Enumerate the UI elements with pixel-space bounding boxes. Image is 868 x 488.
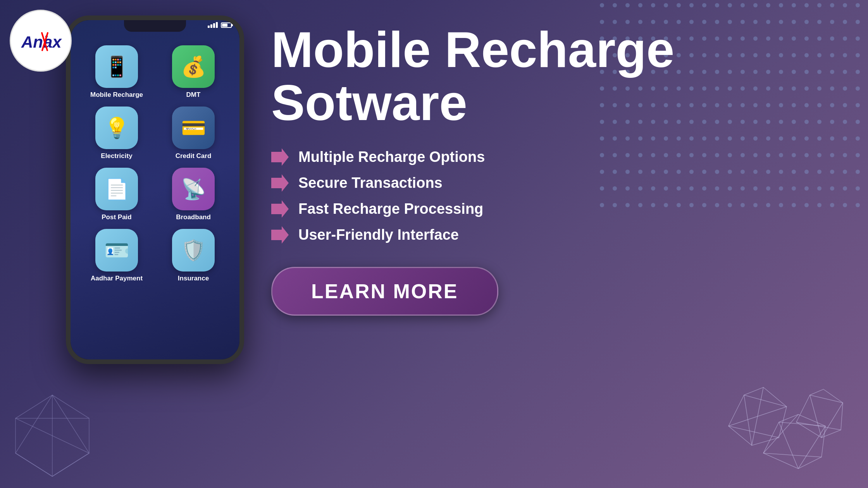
feature-4-arrow-icon <box>271 226 289 244</box>
insurance-icon: 🛡️ <box>172 229 215 271</box>
main-title: Mobile Recharge Sotware <box>271 23 829 129</box>
broadband-label: Broadband <box>176 213 211 221</box>
aadhar-label: Aadhar Payment <box>91 275 143 282</box>
phone-frame: 📱Mobile Recharge💰DMT💡Electricity💳Credit … <box>66 15 244 364</box>
feature-1-text: Multiple Recharge Options <box>298 149 485 165</box>
post-paid-label: Post Paid <box>102 213 131 221</box>
app-item-post-paid[interactable]: 📄Post Paid <box>82 168 151 221</box>
app-item-broadband[interactable]: 📡Broadband <box>159 168 228 221</box>
svg-line-5 <box>16 395 52 453</box>
svg-marker-18 <box>763 414 825 469</box>
insurance-label: Insurance <box>178 275 209 282</box>
mobile-recharge-icon: 📱 <box>95 45 138 88</box>
feature-1-arrow-icon <box>271 148 289 166</box>
dmt-icon: 💰 <box>172 45 215 88</box>
credit-card-label: Credit Card <box>176 152 212 160</box>
svg-line-22 <box>763 414 798 453</box>
feature-4-text: User-Friendly Interface <box>298 227 459 243</box>
geo-shape-left <box>8 391 97 480</box>
aadhar-icon: 🪪 <box>95 229 138 271</box>
app-item-credit-card[interactable]: 💳Credit Card <box>159 107 228 160</box>
app-item-dmt[interactable]: 💰DMT <box>159 45 228 99</box>
mobile-recharge-label: Mobile Recharge <box>90 91 143 99</box>
battery-icon <box>221 22 232 28</box>
app-item-aadhar[interactable]: 🪪Aadhar Payment <box>82 229 151 282</box>
content-section: Mobile Recharge Sotware Multiple Recharg… <box>271 23 829 316</box>
svg-line-20 <box>779 422 798 469</box>
feature-1: Multiple Recharge Options <box>271 148 829 166</box>
app-item-insurance[interactable]: 🛡️Insurance <box>159 229 228 282</box>
electricity-label: Electricity <box>101 152 132 160</box>
feature-4: User-Friendly Interface <box>271 226 829 244</box>
svg-line-23 <box>798 426 825 469</box>
feature-3-arrow-icon <box>271 200 289 218</box>
feature-2: Secure Transactions <box>271 174 829 192</box>
phone-mockup: 📱Mobile Recharge💰DMT💡Electricity💳Credit … <box>66 15 244 364</box>
svg-line-21 <box>763 453 822 457</box>
feature-3: Fast Recharge Processing <box>271 200 829 218</box>
svg-line-25 <box>810 395 843 403</box>
svg-line-10 <box>52 453 89 476</box>
logo-svg: Ani ax <box>19 29 62 52</box>
features-list: Multiple Recharge OptionsSecure Transact… <box>271 148 829 244</box>
svg-line-13 <box>744 395 787 407</box>
svg-line-28 <box>822 403 843 438</box>
learn-more-button[interactable]: LEARN MORE <box>271 267 498 316</box>
feature-2-arrow-icon <box>271 174 289 192</box>
signal-icon <box>208 22 218 28</box>
svg-line-17 <box>752 387 763 445</box>
dmt-label: DMT <box>186 91 201 99</box>
app-grid: 📱Mobile Recharge💰DMT💡Electricity💳Credit … <box>78 41 232 286</box>
credit-card-icon: 💳 <box>172 107 215 149</box>
status-bar <box>78 22 232 28</box>
broadband-icon: 📡 <box>172 168 215 210</box>
electricity-icon: 💡 <box>95 107 138 149</box>
phone-screen: 📱Mobile Recharge💰DMT💡Electricity💳Credit … <box>71 20 239 359</box>
svg-line-9 <box>16 453 52 476</box>
feature-2-text: Secure Transactions <box>298 175 443 191</box>
feature-3-text: Fast Recharge Processing <box>298 201 483 217</box>
post-paid-icon: 📄 <box>95 168 138 210</box>
app-item-electricity[interactable]: 💡Electricity <box>82 107 151 160</box>
brand-logo: Ani ax <box>10 10 72 72</box>
app-item-mobile-recharge[interactable]: 📱Mobile Recharge <box>82 45 151 99</box>
geo-shapes-right <box>721 325 856 480</box>
